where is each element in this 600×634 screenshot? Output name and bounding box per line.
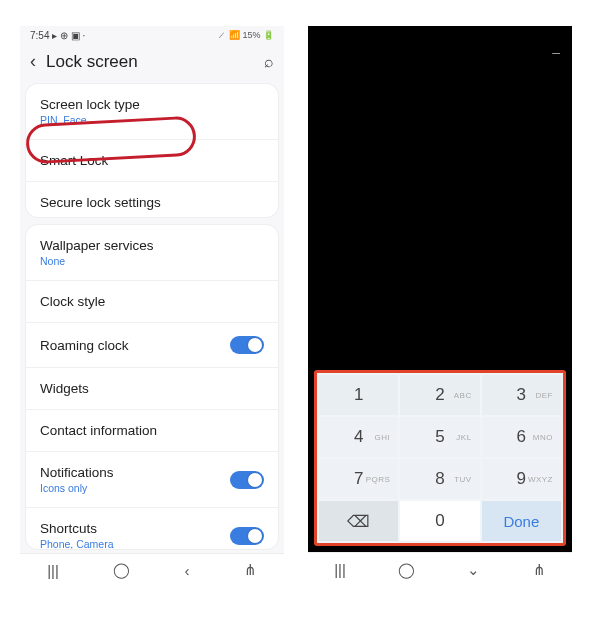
row-label: Screen lock type (40, 97, 264, 112)
row-wallpaper-services[interactable]: Wallpaper services None (26, 225, 278, 281)
backspace-icon: ⌫ (347, 512, 370, 531)
nav-home-icon[interactable]: ◯ (113, 561, 130, 579)
row-notifications[interactable]: Notifications Icons only (26, 452, 278, 508)
section-lockscreen-options: Wallpaper services None Clock style Roam… (26, 225, 278, 549)
key-3[interactable]: 3DEF (482, 375, 561, 415)
nav-accessibility-icon[interactable]: ⋔ (533, 561, 546, 579)
key-backspace[interactable]: ⌫ (319, 501, 398, 541)
row-label: Notifications (40, 465, 230, 480)
row-label: Roaming clock (40, 338, 230, 353)
section-lock-type: Screen lock type PIN, Face Smart Lock Se… (26, 84, 278, 217)
toggle-roaming-clock[interactable] (230, 336, 264, 354)
keypad-highlight-box: 1 2ABC 3DEF 4GHI 5JKL 6MNO 7PQRS 8TUV 9W… (314, 370, 566, 546)
search-icon[interactable]: ⌕ (264, 53, 274, 71)
toggle-notifications[interactable] (230, 471, 264, 489)
status-indicators: ⟋ 📶 15% 🔋 (217, 30, 274, 47)
row-contact-information[interactable]: Contact information (26, 410, 278, 452)
row-label: Wallpaper services (40, 238, 264, 253)
row-widgets[interactable]: Widgets (26, 368, 278, 410)
row-sub: None (40, 255, 264, 267)
nav-recent-icon[interactable]: ||| (334, 561, 346, 578)
row-label: Contact information (40, 423, 264, 438)
key-4[interactable]: 4GHI (319, 417, 398, 457)
cursor-dash: – (552, 44, 560, 60)
nav-back-icon[interactable]: ⌄ (467, 561, 480, 579)
key-9[interactable]: 9WXYZ (482, 459, 561, 499)
key-done[interactable]: Done (482, 501, 561, 541)
row-label: Secure lock settings (40, 195, 264, 210)
row-sub: Icons only (40, 482, 230, 494)
nav-bar: ||| ◯ ⌄ ⋔ (308, 552, 572, 586)
pin-display-area: – (308, 26, 572, 364)
row-label: Clock style (40, 294, 264, 309)
back-icon[interactable]: ‹ (30, 51, 36, 72)
row-sub: Phone, Camera (40, 538, 230, 549)
nav-back-icon[interactable]: ‹ (184, 562, 189, 579)
status-time: 7:54 ▸ ⊕ ▣ · (30, 30, 85, 47)
row-label: Smart Lock (40, 153, 264, 168)
key-0[interactable]: 0 (400, 501, 479, 541)
row-roaming-clock[interactable]: Roaming clock (26, 323, 278, 368)
nav-recent-icon[interactable]: ||| (47, 562, 59, 579)
key-8[interactable]: 8TUV (400, 459, 479, 499)
toggle-shortcuts[interactable] (230, 527, 264, 545)
key-6[interactable]: 6MNO (482, 417, 561, 457)
row-clock-style[interactable]: Clock style (26, 281, 278, 323)
numeric-keypad: 1 2ABC 3DEF 4GHI 5JKL 6MNO 7PQRS 8TUV 9W… (319, 375, 561, 541)
row-shortcuts[interactable]: Shortcuts Phone, Camera (26, 508, 278, 549)
page-title: Lock screen (46, 52, 264, 72)
status-bar: 7:54 ▸ ⊕ ▣ · ⟋ 📶 15% 🔋 (20, 26, 284, 47)
row-label: Shortcuts (40, 521, 230, 536)
nav-home-icon[interactable]: ◯ (398, 561, 415, 579)
key-7[interactable]: 7PQRS (319, 459, 398, 499)
pin-entry-phone: – 1 2ABC 3DEF 4GHI 5JKL 6MNO 7PQRS 8TUV … (308, 26, 572, 586)
row-smart-lock[interactable]: Smart Lock (26, 140, 278, 182)
key-1[interactable]: 1 (319, 375, 398, 415)
header: ‹ Lock screen ⌕ (20, 47, 284, 80)
row-secure-lock-settings[interactable]: Secure lock settings (26, 182, 278, 217)
row-screen-lock-type[interactable]: Screen lock type PIN, Face (26, 84, 278, 140)
row-label: Widgets (40, 381, 264, 396)
row-sub: PIN, Face (40, 114, 264, 126)
settings-phone: 7:54 ▸ ⊕ ▣ · ⟋ 📶 15% 🔋 ‹ Lock screen ⌕ S… (20, 26, 284, 586)
nav-accessibility-icon[interactable]: ⋔ (244, 561, 257, 579)
key-5[interactable]: 5JKL (400, 417, 479, 457)
nav-bar: ||| ◯ ‹ ⋔ (20, 553, 284, 586)
key-2[interactable]: 2ABC (400, 375, 479, 415)
